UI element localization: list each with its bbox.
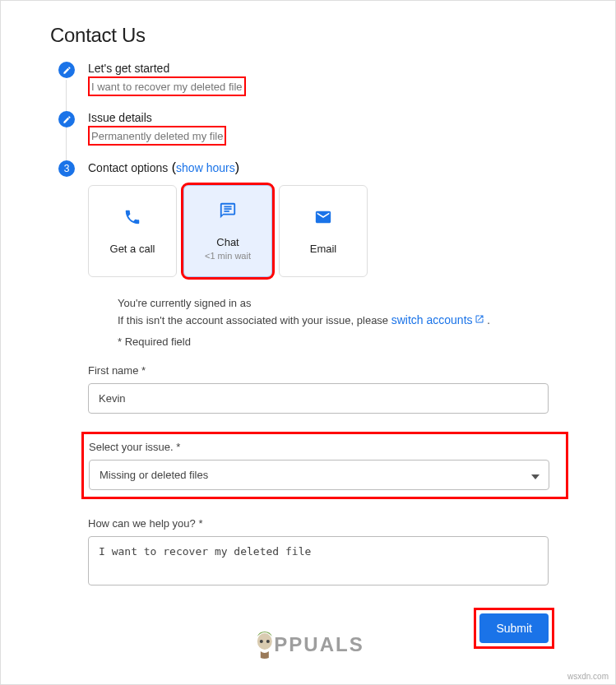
step-3: 3 Contact options (show hours)	[50, 160, 566, 177]
pencil-icon	[63, 115, 72, 124]
form-help-section: How can we help you? * I want to recover…	[88, 517, 566, 589]
form-first-name-section: First name *	[88, 364, 566, 414]
contact-card-email[interactable]: Email	[279, 185, 368, 277]
info-required: * Required field	[118, 334, 566, 350]
contact-call-label: Get a call	[110, 243, 155, 255]
highlight-box-issue: Select your issue. * Missing or deleted …	[81, 432, 568, 499]
help-label: How can we help you? *	[88, 517, 566, 530]
pencil-icon	[63, 66, 72, 75]
phone-icon	[123, 208, 141, 229]
credit-text: wsxdn.com	[567, 672, 609, 681]
step-2-title: Issue details	[88, 111, 566, 124]
issue-select[interactable]: Missing or deleted files	[89, 460, 549, 490]
signed-in-prefix: You're currently signed in as	[118, 297, 251, 309]
external-link-icon	[475, 312, 484, 329]
submit-row: Submit	[88, 613, 549, 643]
step-2-circle	[58, 111, 75, 127]
contact-options-row: Get a call Chat <1 min wait Email	[88, 185, 566, 277]
step-1-circle	[58, 62, 75, 78]
show-hours-link[interactable]: show hours	[176, 161, 235, 174]
step-1-subtitle: I want to recover my deleted file	[91, 81, 243, 93]
switch-accounts-link[interactable]: switch accounts	[391, 313, 473, 326]
contact-email-label: Email	[310, 243, 337, 255]
highlight-box-step1: I want to recover my deleted file	[88, 76, 246, 96]
highlight-box-submit: Submit	[479, 613, 549, 643]
steps-container: Let's get started I want to recover my d…	[50, 62, 566, 643]
step-2: Issue details Permanently deleted my fil…	[50, 111, 566, 146]
first-name-input[interactable]	[88, 383, 549, 414]
chat-icon	[219, 201, 237, 223]
page-title: Contact Us	[50, 24, 566, 47]
submit-button[interactable]: Submit	[479, 613, 549, 643]
highlight-box-step2: Permanently deleted my file	[88, 126, 226, 146]
step-3-circle: 3	[58, 160, 75, 177]
info-switch-line: If this isn't the account associated wit…	[118, 312, 566, 329]
contact-card-chat[interactable]: Chat <1 min wait	[183, 185, 272, 277]
step-2-subtitle: Permanently deleted my file	[91, 130, 223, 142]
first-name-label: First name *	[88, 364, 566, 377]
form-issue-section: Select your issue. * Missing or deleted …	[88, 432, 566, 499]
help-textarea[interactable]: I want to recover my deleted file	[88, 536, 549, 585]
contact-card-call[interactable]: Get a call	[88, 185, 177, 277]
step-3-title: Contact options	[88, 161, 168, 174]
contact-chat-label: Chat	[216, 236, 239, 248]
email-icon	[314, 208, 332, 229]
step-1: Let's get started I want to recover my d…	[50, 62, 566, 96]
step-1-title: Let's get started	[88, 62, 566, 75]
contact-chat-subtext: <1 min wait	[205, 251, 251, 261]
info-signed-in: You're currently signed in as	[118, 295, 566, 312]
issue-label: Select your issue. *	[89, 441, 561, 453]
not-account-text: If this isn't the account associated wit…	[118, 314, 391, 326]
period: .	[487, 314, 490, 326]
paren-close: )	[235, 160, 239, 174]
